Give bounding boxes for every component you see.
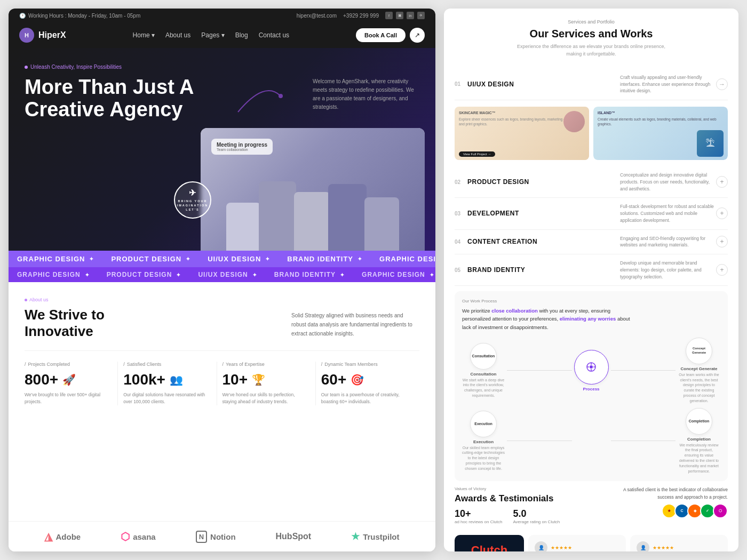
testimonials-row: Clutch ★★★★★ Now Clutch → C 60+ reviews …	[455, 535, 728, 551]
service-plus-3[interactable]: +	[716, 236, 728, 247]
service-name-1: PRODUCT DESIGN	[467, 178, 620, 186]
stat-value-0: 800+ 🚀	[25, 371, 112, 388]
services-title: Our Services and Works	[455, 28, 728, 40]
service-plus-1[interactable]: +	[716, 176, 728, 188]
test-meta-0: ★★★★★	[551, 545, 572, 550]
service-desc-0: Craft visually appealing and user-friend…	[620, 74, 716, 94]
project-name-1: ISLAND™	[598, 111, 724, 115]
stat-desc-2: We've honed our skills to perfection, st…	[222, 391, 310, 405]
contact-info: hiperx@test.com +3929 299 999 f ▣ in ✈	[297, 12, 425, 19]
logo-icon: H	[19, 28, 34, 43]
partner-logos: ◮ Adobe ⬡ asana N Notion HubSpot ★ Trust…	[9, 521, 435, 551]
logo-trustpilot: ★ Trustpilot	[351, 531, 399, 542]
arrow-button[interactable]: ↗	[410, 28, 425, 43]
awards-tag: Values of Victory	[455, 486, 560, 491]
awards-right: A satisfied client is the best indicator…	[621, 486, 728, 518]
service-item-uiux[interactable]: 01 UI/UX DESIGN Craft visually appealing…	[455, 69, 728, 100]
plane-icon: ✈	[189, 188, 196, 198]
stat-desc-0: We've brought to life over 500+ digital …	[25, 391, 112, 405]
project-island[interactable]: ISLAND™ Create visual elements such as l…	[593, 107, 728, 160]
process-circle-3: Completion	[686, 408, 712, 435]
facebook-icon[interactable]: f	[385, 12, 393, 19]
ticker-track-2: GRAPHIC DESIGN ✦ PRODUCT DESIGN ✦ UI/UX …	[9, 271, 435, 278]
award-stat-1: 5.0 Average rating on Clutch	[513, 508, 560, 524]
work-process-description: We prioritize close collaboration with y…	[462, 307, 633, 331]
logo-hubspot: HubSpot	[276, 532, 312, 541]
service-plus-4[interactable]: +	[716, 264, 728, 276]
service-num-1: 02	[455, 179, 467, 185]
test-header-0: 👤 ★★★★★	[535, 541, 619, 551]
test-avatar-0: 👤	[535, 541, 547, 551]
ticker-item-2: GRAPHIC DESIGN ✦	[353, 271, 435, 278]
svg-point-2	[590, 365, 593, 369]
right-website-preview[interactable]: Services and Portfolio Our Services and …	[444, 9, 738, 551]
awards-section: Values of Victory Awards & Testimonials …	[455, 486, 728, 530]
stat-years: Years of Expertise 10+ 🏆 We've honed our…	[222, 362, 316, 405]
project-desc-1: Create visual elements such as logos, br…	[598, 117, 724, 126]
clutch-card: Clutch ★★★★★ Now Clutch → C 60+ reviews	[455, 535, 524, 551]
ticker-item: PRODUCT DESIGN ✦	[102, 255, 199, 263]
test-rating-0: ★★★★★	[551, 545, 572, 550]
nav-contact[interactable]: Contact us	[259, 31, 289, 39]
stat-value-2: 10+ 🏆	[222, 371, 310, 388]
about-title: We Strive to Innovative	[25, 307, 174, 340]
service-num-3: 04	[455, 239, 467, 245]
svg-point-0	[279, 94, 283, 98]
nav-blog[interactable]: Blog	[235, 31, 248, 39]
ticker-item: BRAND IDENTITY ✦	[279, 255, 371, 263]
hero-section: Unleash Creativity, Inspire Possibilitie…	[9, 48, 435, 251]
awards-stats: 10+ ad hoc reviews on Clutch 5.0 Average…	[455, 508, 560, 524]
process-diagram-row2: Execution Execution Our skilled team emp…	[462, 408, 720, 474]
service-item-content[interactable]: 04 CONTENT CREATION Engaging and SEO-fri…	[455, 230, 728, 255]
stat-clients: Satisfied Clients 100k+ 👥 Our digital so…	[123, 362, 217, 405]
stat-label-1: Satisfied Clients	[123, 362, 211, 367]
testimonial-card-0: 👤 ★★★★★ "As a startup, we needed a digit…	[528, 535, 626, 551]
linkedin-icon[interactable]: in	[407, 12, 414, 19]
ticker-1: GRAPHIC DESIGN ✦ PRODUCT DESIGN ✦ UI/UX …	[9, 251, 435, 267]
ticker-track-1: GRAPHIC DESIGN ✦ PRODUCT DESIGN ✦ UI/UX …	[9, 255, 435, 263]
ticker-item: UI/UX DESIGN ✦	[199, 255, 279, 263]
testimonial-card-1: 👤 ★★★★★ "AgenShark not only impressed us…	[630, 535, 728, 551]
nav-home[interactable]: Home ▾	[133, 31, 155, 39]
clients-icon: 👥	[170, 373, 183, 386]
book-call-button[interactable]: Book A Call	[356, 28, 406, 42]
twitter-icon[interactable]: ✈	[417, 12, 425, 19]
service-num-4: 05	[455, 267, 467, 273]
process-circle-main	[574, 350, 609, 385]
service-name-0: UI/UX DESIGN	[467, 81, 620, 88]
service-plus-2[interactable]: +	[716, 207, 728, 219]
award-logos: ★ C ◈ ✓ ⬡	[662, 503, 728, 518]
services-tag: Services and Portfolio	[455, 19, 728, 25]
test-header-1: 👤 ★★★★★	[637, 541, 721, 551]
hero-image-placeholder: Meeting in progress Team collaboration	[201, 128, 425, 251]
nav-pages[interactable]: Pages ▾	[201, 31, 224, 39]
about-row: We Strive to Innovative Solid Strategy a…	[25, 307, 419, 340]
service-item-product[interactable]: 02 PRODUCT DESIGN Conceptualize and desi…	[455, 166, 728, 198]
project-skincare[interactable]: SKINCARE MAGIC™ Explore sheer essences s…	[455, 107, 589, 160]
ticker-item-2: GRAPHIC DESIGN ✦	[9, 271, 98, 278]
awards-title: Awards & Testimonials	[455, 493, 560, 504]
service-desc-4: Develop unique and memorable brand eleme…	[620, 260, 716, 280]
service-desc-3: Engaging and SEO-friendly copywriting fo…	[620, 235, 716, 249]
about-section: About us We Strive to Innovative Solid S…	[9, 282, 435, 521]
process-center-icon	[585, 361, 598, 373]
process-diagram: Consultation Consultation We start with …	[462, 338, 720, 404]
logo-adobe: ◮ Adobe	[44, 530, 81, 543]
nav-about[interactable]: About us	[165, 31, 190, 39]
process-node-main: Process	[574, 350, 609, 391]
social-icons: f ▣ in ✈	[385, 12, 425, 19]
instagram-icon[interactable]: ▣	[396, 12, 403, 19]
top-bar: 🕐 Working Hours : Monday - Friday, 10am …	[9, 9, 435, 22]
test-meta-1: ★★★★★	[653, 545, 674, 550]
service-plus-0[interactable]: →	[716, 78, 728, 90]
service-item-dev[interactable]: 03 DEVELOPMENT Full-stack development fo…	[455, 198, 728, 229]
view-project-0[interactable]: View Full Project →	[459, 151, 495, 157]
hero-image: Meeting in progress Team collaboration	[201, 128, 425, 251]
service-item-brand[interactable]: 05 BRAND IDENTITY Develop unique and mem…	[455, 254, 728, 286]
process-circle-0: Consultation	[470, 343, 497, 370]
logo[interactable]: H HiperX	[19, 28, 66, 43]
stat-projects: Projects Completed 800+ 🚀 We've brought …	[25, 362, 118, 405]
ticker-item: GRAPHIC DESIGN ✦	[9, 255, 102, 263]
stat-label-0: Projects Completed	[25, 362, 112, 367]
process-circle-2: Execution	[470, 411, 497, 437]
